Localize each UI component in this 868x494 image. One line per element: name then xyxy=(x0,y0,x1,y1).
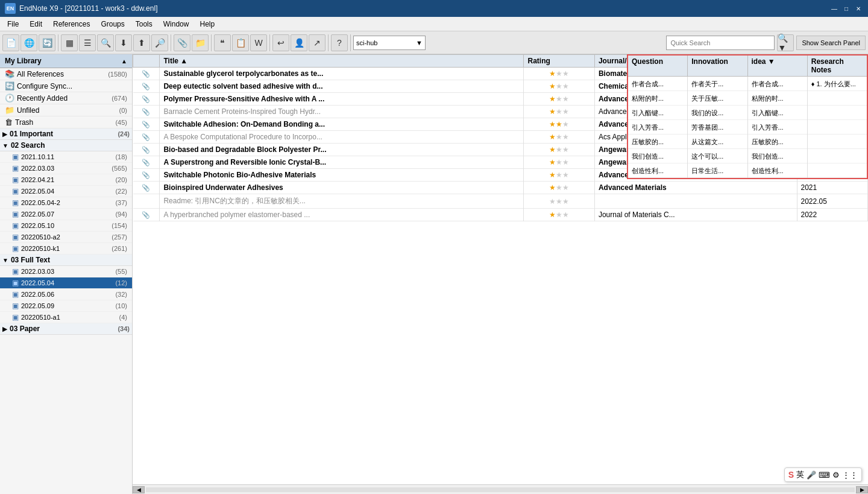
toolbar-quote-btn[interactable]: ❝ xyxy=(214,34,231,51)
innovation-cell[interactable]: 这个可以... xyxy=(688,149,747,163)
close-button[interactable]: ✕ xyxy=(854,4,863,13)
toolbar-folder-btn[interactable]: 📁 xyxy=(192,34,209,51)
innovation-cell[interactable]: 从这篇文... xyxy=(688,135,747,149)
title-cell[interactable]: Bio-based and Degradable Block Polyester… xyxy=(160,144,524,156)
col-header-innovation[interactable]: Innovation xyxy=(688,55,747,76)
star-empty[interactable]: ★ xyxy=(562,120,569,128)
window-controls[interactable]: — □ ✕ xyxy=(829,4,863,13)
star-filled[interactable]: ★ xyxy=(549,95,556,103)
rating-cell[interactable]: ★★★ xyxy=(524,118,594,131)
menu-window[interactable]: Window xyxy=(159,19,194,30)
toolbar-layout-btn[interactable]: ▦ xyxy=(61,34,78,51)
research-notes-cell[interactable] xyxy=(808,163,867,178)
star-empty[interactable]: ★ xyxy=(562,133,569,141)
restore-button[interactable]: □ xyxy=(841,4,851,13)
rating-cell[interactable]: ★★★ xyxy=(524,194,594,209)
title-cell[interactable]: Readme: 引用NC的文章的，和压敏胶相关... xyxy=(160,194,524,209)
toolbar-online-btn[interactable]: 🌐 xyxy=(20,34,37,51)
menu-file[interactable]: File xyxy=(2,19,24,30)
sub-item-2022-05-04[interactable]: ▣ 2022.05.04 (22) xyxy=(0,186,132,197)
sidebar-item-recently-added[interactable]: 🕐 Recently Added (674) xyxy=(0,92,132,104)
star-filled[interactable]: ★ xyxy=(549,120,556,128)
rating-cell[interactable]: ★★★ xyxy=(524,131,594,144)
sub-item-2022-03-03[interactable]: ▣ 2022.03.03 (565) xyxy=(0,163,132,174)
quick-search-input[interactable] xyxy=(666,36,775,50)
menu-references[interactable]: References xyxy=(48,19,95,30)
question-cell[interactable]: 我们创造... xyxy=(628,149,687,163)
rating-cell[interactable]: ★★★ xyxy=(524,144,594,156)
star-empty[interactable]: ★ xyxy=(556,211,562,219)
col-header-title[interactable]: Title ▲ xyxy=(160,55,524,68)
sub-item-ft-2022-05-09[interactable]: ▣ 2022.05.09 (10) xyxy=(0,300,132,312)
sub-item-ft-2022-03-03[interactable]: ▣ 2022.03.03 (55) xyxy=(0,266,132,277)
research-notes-cell[interactable] xyxy=(808,106,867,120)
star-empty[interactable]: ★ xyxy=(556,197,562,206)
toolbar-word-btn[interactable]: W xyxy=(250,34,267,51)
idea-cell[interactable]: 创造性利... xyxy=(748,163,807,178)
toolbar-sync-btn[interactable]: 🔄 xyxy=(39,34,55,51)
style-combo[interactable]: sci-hub ▼ xyxy=(353,36,426,50)
idea-cell[interactable]: 作者合成... xyxy=(748,77,807,91)
star-empty[interactable]: ★ xyxy=(562,211,569,219)
star-filled[interactable]: ★ xyxy=(549,69,556,78)
toolbar-undo-btn[interactable]: ↩ xyxy=(272,34,289,51)
star-empty[interactable]: ★ xyxy=(562,197,569,206)
ime-mic[interactable]: 🎤 xyxy=(807,470,816,480)
innovation-cell[interactable]: 关于压敏... xyxy=(688,91,747,106)
star-empty[interactable]: ★ xyxy=(556,133,562,141)
research-notes-cell[interactable] xyxy=(808,135,867,149)
rating-cell[interactable]: ★★★ xyxy=(524,209,594,221)
star-filled[interactable]: ★ xyxy=(549,171,556,179)
table-row[interactable]: 📎Bioinspired Underwater Adhesives★★★Adva… xyxy=(133,182,868,194)
ime-menu[interactable]: ⋮⋮ xyxy=(842,470,858,480)
innovation-cell[interactable]: 作者关于... xyxy=(688,77,747,91)
show-search-panel-btn[interactable]: Show Search Panel xyxy=(796,36,866,50)
idea-cell[interactable]: 引入芳香... xyxy=(748,120,807,135)
sub-item-2022-05-07[interactable]: ▣ 2022.05.07 (94) xyxy=(0,209,132,220)
group-02-search[interactable]: ▼ 02 Search xyxy=(0,140,132,151)
sub-item-20220510-k1[interactable]: ▣ 20220510-k1 (261) xyxy=(0,243,132,255)
star-empty[interactable]: ★ xyxy=(556,158,562,166)
innovation-cell[interactable]: 日常生活... xyxy=(688,163,747,178)
research-notes-cell[interactable] xyxy=(808,91,867,106)
toolbar-download-btn[interactable]: ⬇ xyxy=(115,34,132,51)
horizontal-scrollbar[interactable]: ◀ ▶ xyxy=(133,484,868,494)
title-cell[interactable]: Sustainable glycerol terpolycarbonates a… xyxy=(160,68,524,80)
toolbar-list-btn[interactable]: ☰ xyxy=(79,34,96,51)
quick-search-btn[interactable]: 🔍▼ xyxy=(777,34,794,51)
question-cell[interactable]: 创造性利... xyxy=(628,163,687,178)
research-notes-cell[interactable] xyxy=(808,149,867,163)
minimize-button[interactable]: — xyxy=(829,4,839,13)
toolbar-new-btn[interactable]: 📄 xyxy=(2,34,19,51)
sub-item-ft-20220510-a1[interactable]: ▣ 20220510-a1 (4) xyxy=(0,312,132,323)
question-cell[interactable]: 引入芳香... xyxy=(628,120,687,135)
question-cell[interactable]: 作者合成... xyxy=(628,77,687,91)
scroll-left-btn[interactable]: ◀ xyxy=(133,486,145,493)
sidebar-item-trash[interactable]: 🗑 Trash (45) xyxy=(0,116,132,128)
menu-groups[interactable]: Groups xyxy=(96,19,129,30)
question-cell[interactable]: 压敏胶的... xyxy=(628,135,687,149)
ime-settings[interactable]: ⚙ xyxy=(832,470,840,480)
star-empty[interactable]: ★ xyxy=(556,183,562,192)
star-empty[interactable]: ★ xyxy=(562,183,569,192)
star-filled[interactable]: ★ xyxy=(549,158,556,166)
star-empty[interactable]: ★ xyxy=(562,158,569,166)
ime-toolbar[interactable]: S 英 🎤 ⌨ ⚙ ⋮⋮ xyxy=(784,467,862,482)
sidebar-scroll-up[interactable]: ▲ xyxy=(121,58,127,65)
col-header-idea[interactable]: idea ▼ xyxy=(748,55,808,76)
table-row[interactable]: 📎A hyperbranched polymer elastomer-based… xyxy=(133,209,868,221)
col-header-research-notes[interactable]: Research Notes xyxy=(808,55,867,76)
sub-item-ft-2022-05-06[interactable]: ▣ 2022.05.06 (32) xyxy=(0,289,132,300)
sub-item-2022-04-21[interactable]: ▣ 2022.04.21 (20) xyxy=(0,174,132,186)
sidebar-item-all-references[interactable]: 📚 All References (1580) xyxy=(0,68,132,80)
star-empty[interactable]: ★ xyxy=(556,82,562,90)
star-empty[interactable]: ★ xyxy=(556,171,562,179)
sub-item-2021-10-11[interactable]: ▣ 2021.10.11 (18) xyxy=(0,151,132,163)
star-empty[interactable]: ★ xyxy=(556,69,562,78)
menu-help[interactable]: Help xyxy=(195,19,219,30)
star-filled[interactable]: ★ xyxy=(549,183,556,192)
rating-cell[interactable]: ★★★ xyxy=(524,182,594,194)
star-filled[interactable]: ★ xyxy=(556,120,562,128)
ime-keyboard[interactable]: ⌨ xyxy=(819,470,830,480)
toolbar-attach-btn[interactable]: 📎 xyxy=(174,34,190,51)
